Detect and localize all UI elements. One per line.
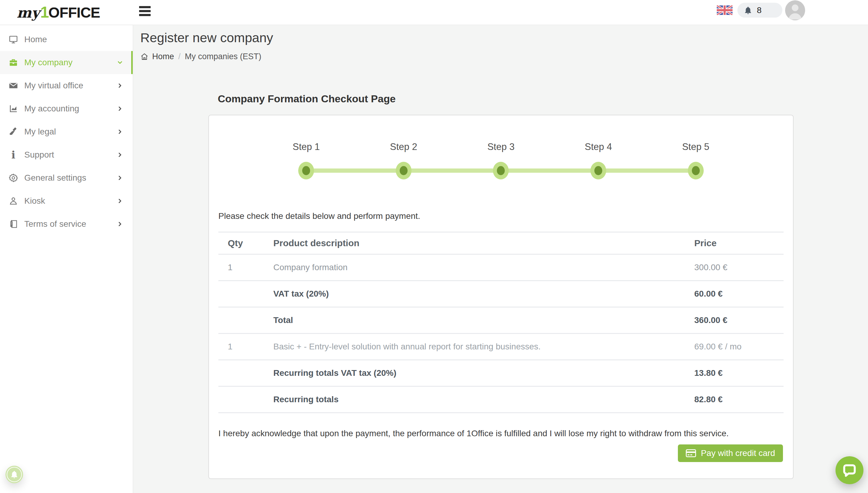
sidebar-item-label: My company bbox=[24, 58, 116, 67]
chevron-down-icon bbox=[116, 59, 124, 66]
chevron-right-icon bbox=[116, 220, 124, 228]
payment-instruction: Please check the details below and perfo… bbox=[218, 211, 420, 221]
chevron-right-icon bbox=[116, 151, 124, 158]
document-icon bbox=[8, 219, 19, 230]
cell-description: Company formation bbox=[273, 263, 694, 272]
acknowledgement-text: I hereby acknowledge that upon the payme… bbox=[218, 429, 728, 438]
checkout-card: Step 1 Step 2 Step 3 Step 4 Step 5 bbox=[208, 115, 793, 479]
credit-card-icon bbox=[686, 449, 696, 457]
sidebar-item[interactable]: General settings bbox=[0, 166, 133, 189]
step: Step 1 bbox=[257, 142, 355, 155]
info-icon: i bbox=[8, 149, 19, 160]
sidebar-item-label: Home bbox=[24, 35, 116, 44]
cell-description: Recurring totals bbox=[273, 395, 694, 404]
sidebar-item[interactable]: My accounting bbox=[0, 97, 133, 120]
chevron-right-icon bbox=[116, 174, 124, 181]
table-header-row: Qty Product description Price bbox=[218, 232, 784, 255]
sidebar-item[interactable]: Kiosk bbox=[0, 189, 133, 213]
col-header-qty: Qty bbox=[218, 238, 273, 248]
sidebar-item-label: Kiosk bbox=[24, 196, 116, 206]
sidebar-item[interactable]: Terms of service bbox=[0, 213, 133, 236]
gavel-icon bbox=[8, 126, 19, 137]
table-row: 1 Basic + - Entry-level solution with an… bbox=[218, 334, 784, 360]
chevron-right-icon bbox=[116, 128, 124, 135]
checkout-heading: Company Formation Checkout Page bbox=[218, 93, 396, 105]
app-logo[interactable]: my1OFFICE bbox=[17, 3, 100, 21]
cell-price: 82.80 € bbox=[694, 395, 784, 404]
step: Step 4 bbox=[550, 142, 647, 155]
pay-with-credit-card-button[interactable]: Pay with credit card bbox=[678, 445, 783, 462]
cell-qty: 1 bbox=[218, 342, 273, 351]
uk-flag-icon[interactable] bbox=[717, 5, 733, 15]
main-content: Register new company Home / My companies… bbox=[133, 25, 868, 493]
col-header-description: Product description bbox=[273, 238, 694, 248]
sidebar-item-label: My legal bbox=[24, 127, 116, 136]
monitor-icon bbox=[8, 34, 19, 45]
table-row: Recurring totals VAT tax (20%) 13.80 € bbox=[218, 360, 784, 387]
col-header-price: Price bbox=[694, 238, 784, 248]
logo-office: OFFICE bbox=[48, 4, 100, 21]
sidebar-item-label: Support bbox=[24, 150, 116, 160]
briefcase-icon bbox=[8, 57, 19, 68]
step-label: Step 2 bbox=[390, 142, 417, 155]
chart-icon bbox=[8, 103, 19, 114]
steps-progress bbox=[257, 155, 744, 186]
chevron-right-icon bbox=[116, 105, 124, 112]
sidebar-item-label: My virtual office bbox=[24, 81, 116, 90]
table-row: 1 Company formation 300.00 € bbox=[218, 255, 784, 281]
bell-icon bbox=[10, 470, 19, 479]
sidebar-item-label: Terms of service bbox=[24, 219, 116, 229]
step-label: Step 5 bbox=[682, 142, 710, 155]
step-label: Step 4 bbox=[585, 142, 612, 155]
step: Step 3 bbox=[452, 142, 550, 155]
breadcrumb: Home / My companies (EST) bbox=[140, 52, 261, 61]
breadcrumb-home-label: Home bbox=[152, 52, 174, 61]
notifications-fab[interactable] bbox=[5, 466, 23, 483]
step-dot bbox=[550, 155, 647, 186]
table-row: Recurring totals 82.80 € bbox=[218, 387, 784, 413]
cell-description: VAT tax (20%) bbox=[273, 289, 694, 299]
sidebar-item[interactable]: Home bbox=[0, 28, 133, 51]
cell-price: 360.00 € bbox=[694, 316, 784, 325]
steps-labels: Step 1 Step 2 Step 3 Step 4 Step 5 bbox=[257, 142, 744, 155]
chevron-right-icon bbox=[116, 82, 124, 89]
step: Step 5 bbox=[647, 142, 744, 155]
step-dot bbox=[257, 155, 355, 186]
sidebar-item[interactable]: My company bbox=[0, 51, 133, 74]
sidebar-item-label: General settings bbox=[24, 173, 116, 183]
chat-bubble-icon bbox=[842, 462, 858, 478]
live-chat-button[interactable] bbox=[835, 456, 864, 484]
step-dot bbox=[355, 155, 452, 186]
chevron-icon bbox=[116, 36, 124, 43]
bell-icon bbox=[743, 6, 753, 15]
sidebar-nav: Home My company My virtual office My acc… bbox=[0, 25, 133, 493]
logo-one: 1 bbox=[40, 3, 48, 21]
sidebar-item[interactable]: i Support bbox=[0, 143, 133, 166]
step: Step 2 bbox=[355, 142, 452, 155]
product-table: Qty Product description Price 1 Company … bbox=[218, 232, 784, 413]
step-label: Step 1 bbox=[293, 142, 320, 155]
user-avatar[interactable] bbox=[785, 0, 805, 20]
breadcrumb-current: My companies (EST) bbox=[185, 52, 261, 61]
cell-price: 13.80 € bbox=[694, 368, 784, 378]
table-row: Total 360.00 € bbox=[218, 307, 784, 334]
notifications-button[interactable]: 8 bbox=[737, 3, 782, 18]
hamburger-menu-icon[interactable] bbox=[139, 6, 151, 18]
step-label: Step 3 bbox=[487, 142, 515, 155]
sidebar-item[interactable]: My virtual office bbox=[0, 74, 133, 97]
cell-description: Recurring totals VAT tax (20%) bbox=[273, 368, 694, 378]
home-icon bbox=[140, 52, 149, 61]
logo-my: my bbox=[17, 4, 40, 21]
breadcrumb-home-link[interactable]: Home bbox=[140, 52, 174, 61]
envelope-icon bbox=[8, 80, 19, 91]
cell-price: 60.00 € bbox=[694, 289, 784, 299]
topbar: my1OFFICE 8 bbox=[0, 0, 868, 25]
breadcrumb-separator: / bbox=[178, 52, 181, 61]
sidebar-item-label: My accounting bbox=[24, 104, 116, 113]
cell-price: 300.00 € bbox=[694, 263, 784, 272]
table-row: VAT tax (20%) 60.00 € bbox=[218, 281, 784, 307]
sidebar-item[interactable]: My legal bbox=[0, 120, 133, 143]
chevron-right-icon bbox=[116, 197, 124, 205]
person-icon bbox=[8, 195, 19, 207]
cell-price: 69.00 € / mo bbox=[694, 342, 784, 351]
